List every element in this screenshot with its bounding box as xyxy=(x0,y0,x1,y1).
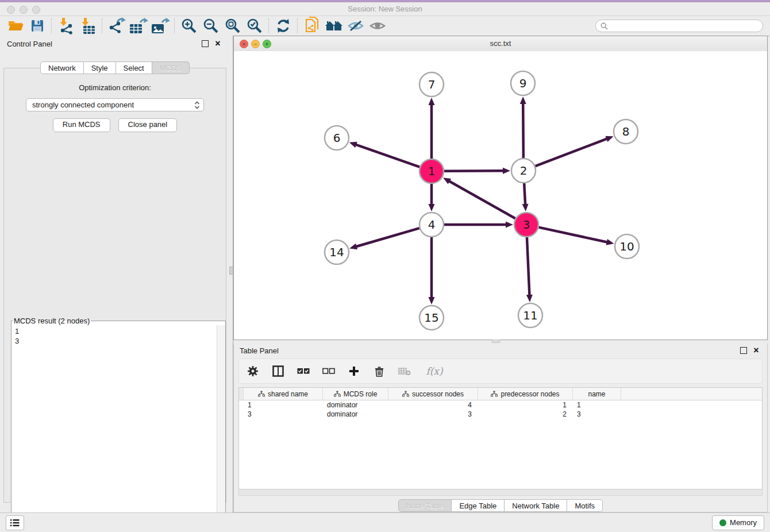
network-canvas[interactable]: 7968124314101511 xyxy=(234,51,767,340)
delete-trash-icon[interactable] xyxy=(372,364,386,378)
column-header-MCDS-role[interactable]: MCDS role xyxy=(323,388,388,400)
graph-node-8[interactable]: 8 xyxy=(614,119,638,144)
import-network-icon[interactable] xyxy=(55,17,77,34)
graph-node-1[interactable]: 1 xyxy=(419,159,444,183)
search-field[interactable] xyxy=(595,20,763,32)
cell-successor-nodes[interactable]: 3 xyxy=(388,410,478,419)
graph-node-9[interactable]: 9 xyxy=(511,71,535,95)
control-panel-close-button[interactable]: × xyxy=(213,38,223,49)
edge-3-10[interactable] xyxy=(538,228,607,242)
edge-2-8[interactable] xyxy=(536,138,608,166)
cell-name[interactable]: 1 xyxy=(572,400,621,410)
edge-3-1[interactable] xyxy=(449,181,515,219)
export-image-icon[interactable] xyxy=(149,17,171,34)
divider-handle[interactable] xyxy=(229,267,233,275)
open-folder-icon[interactable] xyxy=(5,17,26,34)
network-minimize-button[interactable]: − xyxy=(251,40,260,48)
result-scrollbar[interactable] xyxy=(217,325,225,532)
graph-node-14[interactable]: 14 xyxy=(325,240,349,264)
cell-shared-name[interactable]: 1 xyxy=(243,400,322,410)
tab-motifs[interactable]: Motifs xyxy=(567,499,603,512)
graph-node-2[interactable]: 2 xyxy=(511,159,536,183)
clear-selection-icon[interactable] xyxy=(322,364,336,378)
cell-predecessor-nodes[interactable]: 2 xyxy=(478,410,572,419)
network-window-titlebar[interactable]: × − + scc.txt xyxy=(234,36,767,52)
divider-handle-horizontal[interactable] xyxy=(492,340,500,343)
app-minimize-button[interactable] xyxy=(20,6,28,14)
cell-name[interactable]: 3 xyxy=(572,410,621,419)
graph-node-15[interactable]: 15 xyxy=(419,306,444,330)
svg-text:3: 3 xyxy=(523,218,530,232)
network-close-button[interactable]: × xyxy=(240,40,248,48)
cell-MCDS-role[interactable]: dominator xyxy=(322,410,388,419)
cell-successor-nodes[interactable]: 4 xyxy=(388,400,478,410)
tab-node-table[interactable]: Node Table xyxy=(398,499,452,512)
svg-text:8: 8 xyxy=(622,125,630,138)
select-all-icon[interactable] xyxy=(297,364,310,378)
main-toolbar xyxy=(0,16,770,36)
graph-node-6[interactable]: 6 xyxy=(325,126,349,150)
edge-4-14[interactable] xyxy=(356,228,419,246)
hide-selected-eye-icon[interactable] xyxy=(345,17,367,34)
column-header-predecessor-nodes[interactable]: predecessor nodes xyxy=(478,388,573,400)
graph-node-10[interactable]: 10 xyxy=(615,234,639,259)
list-icon xyxy=(10,519,20,527)
column-header-name[interactable]: name xyxy=(573,388,621,400)
edge-1-2[interactable] xyxy=(444,171,504,171)
column-header-shared-name[interactable]: shared name xyxy=(244,388,323,400)
column-header-successor-nodes[interactable]: successor nodes xyxy=(388,388,478,400)
control-panel-float-button[interactable] xyxy=(200,38,210,49)
control-panel-title: Control Panel xyxy=(7,40,198,48)
add-column-icon[interactable] xyxy=(347,364,361,378)
graph-node-11[interactable]: 11 xyxy=(518,303,542,327)
refresh-icon[interactable] xyxy=(272,17,294,34)
import-table-icon[interactable] xyxy=(77,17,99,34)
export-network-icon[interactable] xyxy=(106,17,128,34)
graph-node-3[interactable]: 3 xyxy=(514,213,538,237)
app-close-button[interactable] xyxy=(7,6,15,14)
table-row[interactable]: 1dominator411 xyxy=(239,400,762,410)
table-panel-float-button[interactable] xyxy=(738,345,749,356)
app-zoom-button[interactable] xyxy=(32,6,40,14)
search-input[interactable] xyxy=(611,21,758,30)
criterion-dropdown[interactable]: strongly connected component xyxy=(26,98,204,111)
row-gutter xyxy=(239,388,244,400)
column-type-icon xyxy=(258,391,265,397)
network-file-icon[interactable] xyxy=(301,17,323,34)
zoom-out-icon[interactable] xyxy=(200,17,222,34)
tab-network[interactable]: Network xyxy=(40,61,84,74)
edge-1-6[interactable] xyxy=(355,144,419,167)
tab-edge-table[interactable]: Edge Table xyxy=(452,499,505,512)
mcds-result-list: 13 xyxy=(11,325,217,532)
cell-shared-name[interactable]: 3 xyxy=(243,410,322,419)
zoom-fit-icon[interactable] xyxy=(222,17,244,34)
cell-MCDS-role[interactable]: dominator xyxy=(322,400,388,410)
home-icon[interactable] xyxy=(323,17,345,34)
network-zoom-button[interactable]: + xyxy=(263,40,271,48)
zoom-selected-icon[interactable] xyxy=(244,17,265,34)
memory-button[interactable]: Memory xyxy=(712,515,764,530)
table-panel-close-button[interactable]: × xyxy=(751,345,761,356)
show-columns-icon[interactable] xyxy=(271,364,285,378)
tab-select[interactable]: Select xyxy=(116,61,152,74)
edge-2-9[interactable] xyxy=(523,103,523,158)
svg-text:6: 6 xyxy=(333,131,341,145)
task-history-button[interactable] xyxy=(6,515,24,530)
tab-style[interactable]: Style xyxy=(84,61,116,74)
save-icon[interactable] xyxy=(26,17,48,34)
cell-predecessor-nodes[interactable]: 1 xyxy=(478,400,572,410)
graph-node-7[interactable]: 7 xyxy=(419,72,444,97)
tab-mcds[interactable]: MCDS xyxy=(152,61,190,74)
svg-text:11: 11 xyxy=(523,309,537,322)
edge-3-11[interactable] xyxy=(527,237,530,296)
run-mcds-button[interactable]: Run MCDS xyxy=(53,118,110,132)
zoom-in-icon[interactable] xyxy=(178,17,200,34)
tab-network-table[interactable]: Network Table xyxy=(505,499,567,512)
graph-node-4[interactable]: 4 xyxy=(419,213,444,237)
table-settings-gear-icon[interactable] xyxy=(246,364,260,378)
show-all-eye-icon[interactable] xyxy=(367,17,388,34)
table-row[interactable]: 3dominator323 xyxy=(239,410,762,419)
close-panel-button[interactable]: Close panel xyxy=(118,118,178,132)
edge-2-3[interactable] xyxy=(524,183,525,205)
export-table-icon[interactable] xyxy=(128,17,149,34)
